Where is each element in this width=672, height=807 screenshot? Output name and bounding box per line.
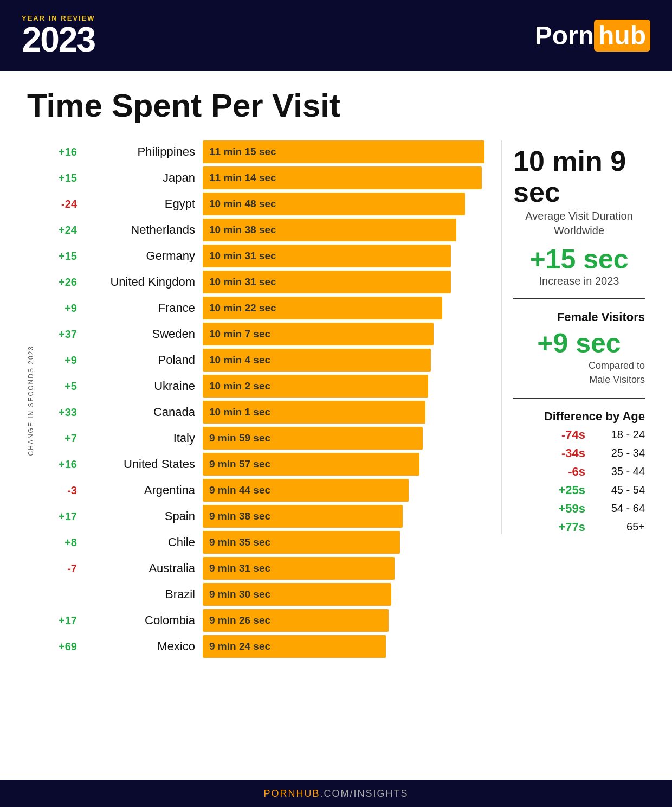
age-row: -74s 18 - 24: [513, 428, 645, 442]
country-name: Mexico: [83, 639, 203, 654]
table-row: +9 Poland 10 min 4 sec: [40, 349, 484, 372]
duration-bar: 11 min 15 sec: [203, 140, 484, 163]
table-row: -7 Australia 9 min 31 sec: [40, 557, 484, 580]
country-name: Sweden: [83, 327, 203, 341]
table-row: +5 Ukraine 10 min 2 sec: [40, 375, 484, 398]
change-value: +26: [40, 276, 83, 289]
table-row: +17 Colombia 9 min 26 sec: [40, 609, 484, 632]
duration-bar: 11 min 14 sec: [203, 166, 482, 189]
table-row: +17 Spain 9 min 38 sec: [40, 505, 484, 528]
avg-duration-label1: Average Visit Duration: [513, 210, 645, 222]
year-badge: YEAR IN REVIEW 2023: [22, 14, 95, 57]
bar-container: 9 min 59 sec: [203, 427, 484, 450]
age-range-label: 54 - 64: [596, 502, 645, 515]
duration-bar: 10 min 48 sec: [203, 193, 465, 215]
age-range-label: 18 - 24: [596, 428, 645, 441]
country-name: Argentina: [83, 483, 203, 497]
duration-bar: 9 min 44 sec: [203, 479, 409, 502]
bar-container: 10 min 4 sec: [203, 349, 484, 372]
footer-ph: PORNHUB: [263, 788, 320, 799]
table-row: +16 United States 9 min 57 sec: [40, 453, 484, 476]
duration-bar: 10 min 31 sec: [203, 245, 451, 267]
change-value: -3: [40, 484, 83, 497]
duration-bar: 9 min 24 sec: [203, 635, 386, 658]
bar-container: 9 min 30 sec: [203, 583, 484, 606]
change-value: +7: [40, 432, 83, 445]
age-row: +77s 65+: [513, 520, 645, 534]
change-value: +8: [40, 536, 83, 549]
duration-bar: 10 min 1 sec: [203, 401, 425, 424]
main-content: Time Spent Per Visit CHANGE IN SECONDS 2…: [0, 71, 672, 704]
table-row: +26 United Kingdom 10 min 31 sec: [40, 271, 484, 293]
duration-bar: 10 min 4 sec: [203, 349, 431, 372]
table-row: -3 Argentina 9 min 44 sec: [40, 479, 484, 502]
duration-bar: 9 min 30 sec: [203, 583, 391, 606]
footer-rest: .COM/INSIGHTS: [320, 788, 409, 799]
table-row: +15 Germany 10 min 31 sec: [40, 245, 484, 267]
change-value: -7: [40, 562, 83, 575]
change-value: +16: [40, 458, 83, 471]
avg-duration-value: 10 min 9 sec: [513, 146, 645, 208]
table-row: +69 Mexico 9 min 24 sec: [40, 635, 484, 658]
footer: PORNHUB.COM/INSIGHTS: [0, 780, 672, 807]
female-diff-value: +9 sec: [513, 328, 645, 359]
country-name: Ukraine: [83, 379, 203, 393]
country-name: Netherlands: [83, 223, 203, 237]
country-name: Chile: [83, 535, 203, 549]
duration-bar: 10 min 22 sec: [203, 297, 442, 319]
bar-container: 10 min 38 sec: [203, 219, 484, 241]
increase-value: +15 sec: [513, 244, 645, 275]
change-value: +15: [40, 172, 83, 184]
country-name: Spain: [83, 509, 203, 523]
duration-bar: 9 min 38 sec: [203, 505, 403, 528]
table-row: +37 Sweden 10 min 7 sec: [40, 323, 484, 345]
duration-bar: 9 min 57 sec: [203, 453, 419, 476]
country-name: Philippines: [83, 145, 203, 159]
change-value: +9: [40, 354, 83, 367]
bar-container: 9 min 57 sec: [203, 453, 484, 476]
change-value: +17: [40, 510, 83, 523]
duration-bar: 9 min 31 sec: [203, 557, 395, 580]
bar-container: 10 min 48 sec: [203, 193, 484, 215]
bar-container: 10 min 31 sec: [203, 271, 484, 293]
duration-bar: 9 min 35 sec: [203, 531, 400, 554]
age-change-value: +25s: [542, 483, 585, 497]
change-value: +24: [40, 224, 83, 236]
change-value: +5: [40, 380, 83, 393]
country-name: Australia: [83, 561, 203, 575]
avg-duration-label2: Worldwide: [513, 225, 645, 237]
bar-container: 9 min 38 sec: [203, 505, 484, 528]
age-row: -34s 25 - 34: [513, 446, 645, 460]
bar-container: 9 min 44 sec: [203, 479, 484, 502]
table-row: +16 Philippines 11 min 15 sec: [40, 140, 484, 163]
table-section: CHANGE IN SECONDS 2023 +16 Philippines 1…: [27, 140, 484, 661]
duration-bar: 10 min 38 sec: [203, 219, 456, 241]
country-name: Italy: [83, 431, 203, 445]
bar-container: 11 min 15 sec: [203, 140, 484, 163]
age-row: +25s 45 - 54: [513, 483, 645, 497]
age-range-label: 25 - 34: [596, 447, 645, 459]
age-row: +59s 54 - 64: [513, 502, 645, 516]
table-row: +9 France 10 min 22 sec: [40, 297, 484, 319]
content-row: CHANGE IN SECONDS 2023 +16 Philippines 1…: [27, 140, 645, 661]
age-change-value: +77s: [542, 520, 585, 534]
change-value: +37: [40, 328, 83, 341]
age-range-label: 35 - 44: [596, 465, 645, 478]
bar-container: 9 min 26 sec: [203, 609, 484, 632]
female-visitors-label: Female Visitors: [513, 310, 645, 324]
age-range-label: 65+: [596, 521, 645, 533]
age-rows-container: -74s 18 - 24 -34s 25 - 34 -6s 35 - 44 +2…: [513, 428, 645, 534]
country-name: Egypt: [83, 197, 203, 211]
change-value: +17: [40, 614, 83, 627]
female-compared1: Compared to: [513, 359, 645, 373]
duration-bar: 9 min 59 sec: [203, 427, 423, 450]
age-change-value: -74s: [542, 428, 585, 442]
divider-2: [513, 398, 645, 399]
duration-bar: 10 min 31 sec: [203, 271, 451, 293]
table-row: Brazil 9 min 30 sec: [40, 583, 484, 606]
bar-container: 11 min 14 sec: [203, 166, 484, 189]
country-name: United States: [83, 457, 203, 471]
age-range-label: 45 - 54: [596, 484, 645, 496]
bar-container: 9 min 24 sec: [203, 635, 484, 658]
change-value: +33: [40, 406, 83, 419]
